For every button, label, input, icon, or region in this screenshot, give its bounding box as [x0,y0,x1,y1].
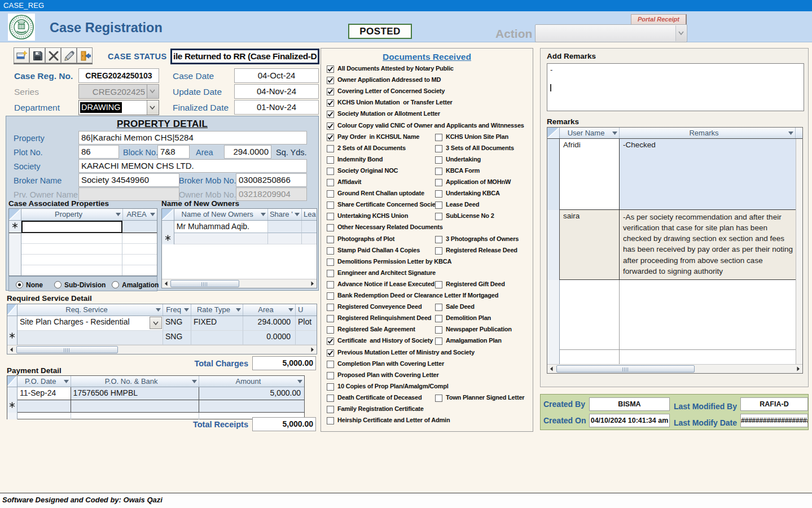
checkbox-unchecked-icon[interactable] [435,156,442,164]
payment-date-cell[interactable]: 11-Sep-24 [17,387,71,400]
checkbox-unchecked-icon[interactable] [327,326,334,334]
checkbox-unchecked-icon[interactable] [327,213,334,220]
checkbox-checked-icon[interactable] [327,99,334,107]
owner-name-cell[interactable]: Mr Muhammad Aqib. [174,221,268,233]
checkbox-unchecked-icon[interactable] [435,236,442,243]
service-rate-cell[interactable]: FIXED [191,316,243,331]
checkbox-checked-icon[interactable] [327,349,334,357]
checkbox-unchecked-icon[interactable] [327,190,334,198]
checkbox-unchecked-icon[interactable] [327,281,334,288]
checkbox-unchecked-icon[interactable] [435,145,442,152]
column-header-share[interactable]: Share ' [268,209,302,220]
service-req-cell[interactable]: Site Plan Charges - Residential [17,316,163,331]
checkbox-unchecked-icon[interactable] [327,315,334,322]
checkbox-unchecked-icon[interactable] [327,406,334,413]
radio-none[interactable]: None [16,279,43,290]
case-date-field[interactable]: 04-Oct-24 [234,68,319,83]
service-freq-cell[interactable]: SNG [163,316,191,331]
portal-receipt-button[interactable]: Portal Receipt [631,14,687,25]
case-reg-no-field[interactable]: CREG2024250103 [78,68,159,83]
checkbox-unchecked-icon[interactable] [435,247,442,255]
column-header-amount[interactable]: Amount [199,376,304,387]
checkbox-unchecked-icon[interactable] [435,213,442,220]
checkbox-unchecked-icon[interactable] [435,338,442,345]
block-no-field[interactable]: 7&8 [157,145,190,159]
new-record-selector[interactable] [7,331,17,345]
checkbox-unchecked-icon[interactable] [327,259,334,266]
new-record-selector[interactable] [9,221,21,233]
chevron-down-icon[interactable] [675,25,686,41]
service-area-cell[interactable]: 294.0000 [243,316,296,331]
column-header-area[interactable]: AREA [123,209,157,220]
service-h-scrollbar[interactable] [7,345,317,354]
owners-new-row[interactable] [162,233,317,244]
checkbox-unchecked-icon[interactable] [435,326,442,334]
assoc-new-row[interactable] [9,221,157,233]
department-dropdown[interactable]: DRAWING [78,100,159,115]
checkbox-unchecked-icon[interactable] [327,179,334,186]
radio-amalgation[interactable]: Amalgation [112,279,159,290]
plot-no-field[interactable]: 86 [78,145,119,159]
column-header-remarks[interactable]: Remarks [620,128,796,138]
checkbox-checked-icon[interactable] [327,88,334,95]
action-dropdown[interactable] [535,24,687,42]
owner-lease-cell[interactable] [302,221,317,233]
checkbox-checked-icon[interactable] [327,65,334,73]
update-date-field[interactable]: 04-Nov-24 [234,84,319,99]
owner-share-cell[interactable] [268,221,302,233]
chevron-down-icon[interactable] [147,100,159,115]
service-freq-cell[interactable]: SNG [163,331,191,345]
checkbox-unchecked-icon[interactable] [435,395,442,402]
checkbox-unchecked-icon[interactable] [435,281,442,288]
checkbox-checked-icon[interactable] [327,134,334,141]
payment-new-row[interactable] [7,400,304,413]
owners-h-scrollbar[interactable] [162,279,317,288]
select-all-corner[interactable] [9,209,21,220]
checkbox-unchecked-icon[interactable] [435,315,442,322]
checkbox-unchecked-icon[interactable] [435,134,442,141]
checkbox-unchecked-icon[interactable] [435,179,442,186]
remarks-v-scrollbar[interactable] [796,139,802,364]
checkbox-unchecked-icon[interactable] [327,395,334,402]
checkbox-unchecked-icon[interactable] [327,383,334,391]
checkbox-checked-icon[interactable] [327,122,334,130]
new-record-button[interactable] [14,47,29,63]
checkbox-unchecked-icon[interactable] [327,168,334,175]
remark-row[interactable]: saira -As per society recommendation and… [547,210,802,280]
select-all-corner[interactable] [162,209,174,220]
edit-button[interactable] [61,47,77,63]
payment-amount-cell[interactable]: 5,000.00 [199,387,304,400]
column-header-po-date[interactable]: P.O. Date [17,376,71,387]
area-field[interactable]: 294.0000 [224,145,271,159]
column-header-owner-name[interactable]: Name of New Owners [174,209,268,220]
service-new-row[interactable]: SNG 0.0000 [7,331,317,345]
owner-row[interactable]: Mr Muhammad Aqib. [162,221,317,233]
checkbox-unchecked-icon[interactable] [327,156,334,164]
column-header-freq[interactable]: Freq [163,304,191,316]
checkbox-unchecked-icon[interactable] [327,145,334,152]
delete-button[interactable] [45,47,61,63]
column-header-po-no-bank[interactable]: P.O. No. & Bank [71,376,199,387]
column-header-property[interactable]: Property [21,209,123,220]
column-header-user-name[interactable]: User Name [560,128,620,138]
payment-bank-cell[interactable]: 17576506 HMPBL [71,387,199,400]
column-header-unit[interactable]: U [296,304,317,316]
checkbox-unchecked-icon[interactable] [435,168,442,175]
select-all-corner[interactable] [7,304,17,316]
checkbox-checked-icon[interactable] [327,338,334,345]
remark-user-cell[interactable]: Afridi [560,139,620,210]
remark-row[interactable]: Afridi -Checked [547,139,802,210]
checkbox-unchecked-icon[interactable] [327,304,334,311]
new-record-selector[interactable] [162,233,174,244]
checkbox-checked-icon[interactable] [327,77,334,84]
radio-sub-division[interactable]: Sub-Division [54,279,106,290]
remarks-h-scrollbar[interactable] [547,364,802,373]
chevron-down-icon[interactable] [150,317,162,329]
checkbox-unchecked-icon[interactable] [327,247,334,255]
broker-name-field[interactable]: Society 34549960 [78,173,179,187]
assoc-area-cell[interactable] [122,221,157,233]
checkbox-unchecked-icon[interactable] [327,224,334,231]
checkbox-unchecked-icon[interactable] [327,270,334,277]
assoc-property-cell[interactable] [21,221,123,233]
new-record-selector[interactable] [7,400,17,413]
